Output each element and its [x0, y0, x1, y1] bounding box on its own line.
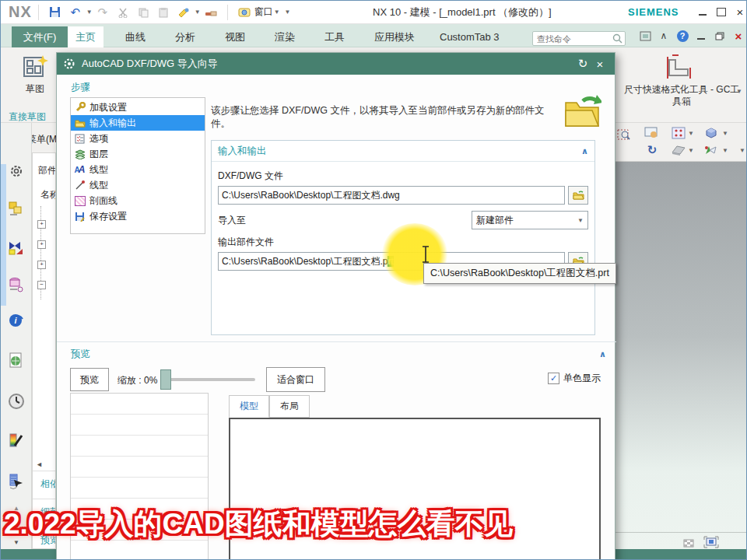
grid-dropdown-icon[interactable]: ▼	[688, 130, 694, 137]
sketch-group[interactable]: 草图	[15, 54, 55, 96]
step-layers[interactable]: 图层	[71, 146, 205, 162]
dwg-file-input[interactable]: C:\Users\RaBook\Desktop\工程图文档.dwg	[218, 186, 565, 205]
direct-sketch-label[interactable]: 直接草图	[9, 110, 55, 124]
tab-custom3[interactable]: CustomTab 3	[432, 26, 507, 47]
tab-analysis[interactable]: 分析	[167, 26, 203, 47]
tab-model[interactable]: 模型	[229, 395, 269, 418]
close-button[interactable]: ×	[732, 6, 747, 19]
materials-icon[interactable]	[7, 431, 26, 450]
command-search[interactable]	[532, 31, 626, 46]
zoom-select-icon[interactable]	[615, 127, 633, 142]
search-input[interactable]	[535, 33, 612, 44]
zoom-slider-thumb[interactable]	[160, 369, 171, 390]
preview-button[interactable]: 预览	[70, 368, 109, 391]
dialog-close-icon[interactable]: ×	[591, 58, 608, 71]
window-menu[interactable]: 窗口	[254, 5, 273, 19]
redo-icon[interactable]: ↷	[93, 4, 112, 21]
tab-curve[interactable]: 曲线	[117, 26, 153, 47]
zoom-slider-track[interactable]	[163, 378, 255, 381]
doc-close-icon[interactable]: ×	[731, 29, 745, 43]
doc-restore-icon[interactable]	[713, 29, 727, 43]
preview-collapse-icon[interactable]: ∧	[599, 349, 606, 359]
history-clock-icon[interactable]	[7, 392, 26, 411]
window-icon[interactable]	[235, 4, 254, 21]
cube-view-icon[interactable]	[703, 125, 720, 141]
tree-expand-icon[interactable]: +	[37, 220, 46, 229]
orient-icon[interactable]	[703, 142, 720, 158]
browse-dwg-button[interactable]	[568, 186, 588, 205]
constraint-navigator-icon[interactable]	[7, 238, 26, 257]
import-folder-icon	[563, 93, 601, 129]
web-browser-icon[interactable]	[7, 351, 26, 369]
section-dependencies[interactable]: 相依性	[33, 471, 56, 497]
undo-dropdown-icon[interactable]: ▼	[86, 9, 93, 16]
step-hatch[interactable]: 剖面线	[71, 193, 205, 208]
tab-application[interactable]: 应用模块	[366, 26, 423, 47]
grid-style-icon[interactable]	[670, 125, 687, 141]
tree-collapse-icon[interactable]: −	[37, 281, 46, 289]
tab-layout[interactable]: 布局	[269, 395, 310, 418]
tab-home[interactable]: 主页	[68, 26, 103, 47]
format-dropdown-icon[interactable]: ▼	[195, 9, 201, 16]
format-brush-icon[interactable]	[174, 4, 193, 21]
roles-gear-icon[interactable]	[7, 162, 26, 180]
gc-toolbox-button[interactable]: 尺寸快速格式化工具 - GC工具箱 ▼	[619, 52, 744, 117]
step-save-settings[interactable]: 保存设置	[71, 208, 205, 224]
step-input-output[interactable]: 输入和输出	[71, 115, 205, 131]
part-navigator-icon[interactable]	[7, 275, 26, 294]
save-icon[interactable]	[46, 4, 65, 21]
step-fonts[interactable]: AA 线型	[71, 162, 205, 177]
tree-expand-icon[interactable]: +	[37, 240, 46, 249]
process-studio-icon[interactable]	[7, 471, 26, 490]
brush-icon[interactable]	[202, 4, 220, 21]
sketch-label: 草图	[15, 82, 55, 96]
minimize-ribbon-icon[interactable]: ∧	[657, 29, 671, 43]
tab-view[interactable]: 视图	[217, 26, 253, 47]
render-dropdown-icon[interactable]: ▼	[688, 147, 694, 154]
rotate-icon[interactable]: ↻	[644, 142, 661, 158]
assembly-navigator-icon[interactable]	[7, 199, 26, 218]
import-to-dropdown[interactable]: 新建部件 ▼	[472, 211, 588, 229]
folder-icon	[74, 117, 86, 128]
maximize-button[interactable]	[714, 6, 729, 19]
io-collapse-icon[interactable]: ∧	[581, 146, 588, 156]
undo-icon[interactable]: ↶	[66, 4, 85, 21]
dimension-icon	[666, 54, 697, 82]
qat-overflow-icon[interactable]: ▼	[285, 9, 291, 16]
tab-file[interactable]: 文件(F)	[12, 26, 68, 47]
dialog-header[interactable]: AutoCAD DXF/DWG 导入向导 ↻ ×	[57, 53, 615, 75]
dialog-title: AutoCAD DXF/DWG 导入向导	[82, 57, 574, 71]
io-group-title[interactable]: 输入和输出	[218, 145, 267, 158]
pan-screen-icon[interactable]	[644, 125, 661, 141]
minimize-button[interactable]	[695, 6, 710, 19]
toolbar-overflow-icon[interactable]: ▼	[739, 147, 745, 154]
help-icon[interactable]: ?	[675, 29, 689, 43]
panel-back-button[interactable]: ◄	[36, 458, 43, 469]
preview-section-title[interactable]: 预览	[71, 348, 90, 361]
tab-render[interactable]: 渲染	[267, 26, 303, 47]
step-options[interactable]: 选项	[71, 131, 205, 146]
paste-icon[interactable]	[154, 4, 173, 21]
gc-dropdown-icon[interactable]: ▼	[736, 88, 742, 95]
monitor-icon[interactable]	[703, 534, 720, 550]
cut-icon[interactable]	[114, 4, 132, 21]
cube-dropdown-icon[interactable]: ▼	[722, 130, 728, 137]
tree-expand-icon[interactable]: +	[37, 261, 46, 269]
fullscreen-icon[interactable]	[638, 29, 652, 43]
render-style-icon[interactable]	[670, 142, 687, 158]
copy-icon[interactable]	[134, 4, 153, 21]
resource-scroll-strip[interactable]	[1, 164, 6, 306]
fit-window-button[interactable]: 适合窗口	[266, 367, 325, 392]
reset-icon[interactable]: ↻	[574, 57, 591, 71]
window-dropdown-icon[interactable]: ▼	[274, 9, 280, 16]
options-list-icon	[74, 133, 86, 144]
app-window: NX ↶ ▼ ↷ ▼ 窗口 ▼ ▼ NX 10 - 建模 - [_model1.…	[0, 0, 747, 560]
orient-dropdown-icon[interactable]: ▼	[722, 147, 728, 154]
step-load-settings[interactable]: 加载设置	[71, 100, 205, 115]
mono-checkbox[interactable]: ✓	[548, 373, 559, 384]
doc-minimize-icon[interactable]	[694, 29, 708, 43]
mono-label: 单色显示	[563, 372, 601, 385]
tab-tools[interactable]: 工具	[317, 26, 352, 47]
reuse-library-icon[interactable]: i	[7, 310, 26, 329]
step-linetypes[interactable]: 线型	[71, 177, 205, 193]
